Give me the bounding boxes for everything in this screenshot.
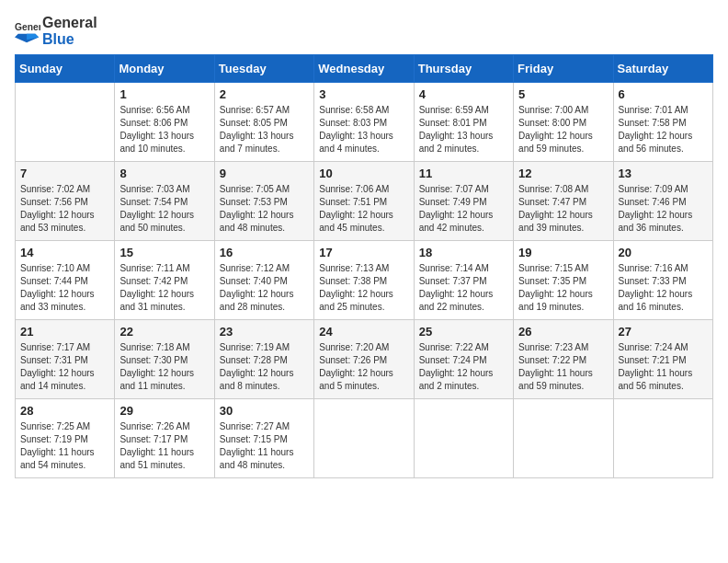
day-detail: Sunrise: 7:27 AMSunset: 7:15 PMDaylight:… [220, 420, 309, 472]
calendar-cell: 2Sunrise: 6:57 AMSunset: 8:05 PMDaylight… [214, 83, 313, 162]
day-detail: Sunrise: 6:58 AMSunset: 8:03 PMDaylight:… [319, 104, 408, 155]
day-number: 23 [220, 325, 309, 339]
calendar-cell: 20Sunrise: 7:16 AMSunset: 7:33 PMDayligh… [613, 241, 712, 320]
calendar-cell: 15Sunrise: 7:11 AMSunset: 7:42 PMDayligh… [115, 241, 214, 320]
day-number: 17 [319, 246, 408, 259]
day-number: 28 [20, 404, 109, 418]
day-detail: Sunrise: 7:00 AMSunset: 8:00 PMDaylight:… [518, 104, 608, 155]
calendar-cell: 12Sunrise: 7:08 AMSunset: 7:47 PMDayligh… [514, 162, 613, 241]
calendar-cell: 10Sunrise: 7:06 AMSunset: 7:51 PMDayligh… [314, 162, 414, 241]
calendar-cell [613, 399, 712, 478]
day-detail: Sunrise: 7:08 AMSunset: 7:47 PMDaylight:… [518, 183, 608, 235]
weekday-header-sunday: Sunday [16, 55, 115, 83]
day-number: 22 [119, 325, 209, 339]
calendar-week-row: 21Sunrise: 7:17 AMSunset: 7:31 PMDayligh… [16, 320, 713, 399]
day-number: 30 [220, 404, 309, 418]
calendar-cell: 1Sunrise: 6:56 AMSunset: 8:06 PMDaylight… [115, 83, 214, 162]
calendar-cell: 4Sunrise: 6:59 AMSunset: 8:01 PMDaylight… [414, 83, 513, 162]
calendar-cell: 16Sunrise: 7:12 AMSunset: 7:40 PMDayligh… [214, 241, 313, 320]
day-detail: Sunrise: 6:56 AMSunset: 8:06 PMDaylight:… [119, 104, 209, 155]
logo-blue-text: Blue [42, 31, 97, 48]
logo: General General Blue [15, 15, 97, 47]
logo-general-text: General [42, 15, 97, 31]
day-detail: Sunrise: 7:01 AMSunset: 7:58 PMDaylight:… [619, 104, 708, 155]
day-detail: Sunrise: 7:03 AMSunset: 7:54 PMDaylight:… [119, 183, 209, 235]
day-number: 25 [419, 325, 508, 339]
calendar-cell: 22Sunrise: 7:18 AMSunset: 7:30 PMDayligh… [115, 320, 214, 399]
svg-text:General: General [15, 22, 40, 32]
day-number: 29 [119, 404, 209, 418]
weekday-header-friday: Friday [514, 55, 613, 83]
day-number: 1 [119, 87, 209, 101]
day-number: 12 [518, 167, 608, 180]
page-header: General General Blue [15, 15, 713, 47]
weekday-header-saturday: Saturday [613, 55, 712, 83]
day-detail: Sunrise: 7:23 AMSunset: 7:22 PMDaylight:… [518, 341, 608, 393]
calendar-cell: 21Sunrise: 7:17 AMSunset: 7:31 PMDayligh… [16, 320, 115, 399]
calendar-week-row: 7Sunrise: 7:02 AMSunset: 7:56 PMDaylight… [16, 162, 713, 241]
day-number: 2 [220, 87, 309, 101]
day-number: 13 [619, 167, 708, 180]
day-detail: Sunrise: 7:18 AMSunset: 7:30 PMDaylight:… [119, 341, 209, 393]
day-number: 7 [20, 167, 109, 180]
calendar-cell: 13Sunrise: 7:09 AMSunset: 7:46 PMDayligh… [613, 162, 712, 241]
day-number: 19 [518, 246, 608, 259]
day-detail: Sunrise: 7:13 AMSunset: 7:38 PMDaylight:… [319, 262, 408, 314]
calendar-cell: 29Sunrise: 7:26 AMSunset: 7:17 PMDayligh… [115, 399, 214, 478]
day-detail: Sunrise: 7:16 AMSunset: 7:33 PMDaylight:… [619, 262, 708, 314]
day-detail: Sunrise: 6:57 AMSunset: 8:05 PMDaylight:… [220, 104, 309, 155]
calendar-cell: 17Sunrise: 7:13 AMSunset: 7:38 PMDayligh… [314, 241, 414, 320]
calendar-cell: 5Sunrise: 7:00 AMSunset: 8:00 PMDaylight… [514, 83, 613, 162]
calendar-week-row: 1Sunrise: 6:56 AMSunset: 8:06 PMDaylight… [16, 83, 713, 162]
day-detail: Sunrise: 7:20 AMSunset: 7:26 PMDaylight:… [319, 341, 408, 393]
day-number: 16 [220, 246, 309, 259]
day-detail: Sunrise: 7:10 AMSunset: 7:44 PMDaylight:… [20, 262, 109, 314]
calendar-cell: 25Sunrise: 7:22 AMSunset: 7:24 PMDayligh… [414, 320, 513, 399]
day-number: 21 [20, 325, 109, 339]
calendar-week-row: 28Sunrise: 7:25 AMSunset: 7:19 PMDayligh… [16, 399, 713, 478]
calendar-cell [414, 399, 513, 478]
calendar-cell: 11Sunrise: 7:07 AMSunset: 7:49 PMDayligh… [414, 162, 513, 241]
day-number: 4 [419, 87, 508, 101]
calendar-week-row: 14Sunrise: 7:10 AMSunset: 7:44 PMDayligh… [16, 241, 713, 320]
day-detail: Sunrise: 6:59 AMSunset: 8:01 PMDaylight:… [419, 104, 508, 155]
day-detail: Sunrise: 7:14 AMSunset: 7:37 PMDaylight:… [419, 262, 508, 314]
calendar-cell: 19Sunrise: 7:15 AMSunset: 7:35 PMDayligh… [514, 241, 613, 320]
calendar-table: SundayMondayTuesdayWednesdayThursdayFrid… [15, 54, 713, 478]
day-number: 9 [220, 167, 309, 180]
calendar-cell: 23Sunrise: 7:19 AMSunset: 7:28 PMDayligh… [214, 320, 313, 399]
day-detail: Sunrise: 7:24 AMSunset: 7:21 PMDaylight:… [619, 341, 708, 393]
calendar-cell: 28Sunrise: 7:25 AMSunset: 7:19 PMDayligh… [16, 399, 115, 478]
calendar-cell: 3Sunrise: 6:58 AMSunset: 8:03 PMDaylight… [314, 83, 414, 162]
day-number: 14 [20, 246, 109, 259]
day-number: 3 [319, 87, 408, 101]
calendar-cell: 26Sunrise: 7:23 AMSunset: 7:22 PMDayligh… [514, 320, 613, 399]
day-number: 24 [319, 325, 408, 339]
day-detail: Sunrise: 7:25 AMSunset: 7:19 PMDaylight:… [20, 420, 109, 472]
calendar-cell: 27Sunrise: 7:24 AMSunset: 7:21 PMDayligh… [613, 320, 712, 399]
calendar-cell: 9Sunrise: 7:05 AMSunset: 7:53 PMDaylight… [214, 162, 313, 241]
day-detail: Sunrise: 7:07 AMSunset: 7:49 PMDaylight:… [419, 183, 508, 235]
calendar-cell: 14Sunrise: 7:10 AMSunset: 7:44 PMDayligh… [16, 241, 115, 320]
weekday-header-tuesday: Tuesday [214, 55, 313, 83]
day-number: 11 [419, 167, 508, 180]
calendar-cell [314, 399, 414, 478]
day-number: 18 [419, 246, 508, 259]
day-detail: Sunrise: 7:26 AMSunset: 7:17 PMDaylight:… [119, 420, 209, 472]
day-detail: Sunrise: 7:22 AMSunset: 7:24 PMDaylight:… [419, 341, 508, 393]
day-number: 10 [319, 167, 408, 180]
weekday-header-row: SundayMondayTuesdayWednesdayThursdayFrid… [16, 55, 713, 83]
day-detail: Sunrise: 7:11 AMSunset: 7:42 PMDaylight:… [119, 262, 209, 314]
day-number: 8 [119, 167, 209, 180]
calendar-cell: 24Sunrise: 7:20 AMSunset: 7:26 PMDayligh… [314, 320, 414, 399]
weekday-header-monday: Monday [115, 55, 214, 83]
day-detail: Sunrise: 7:19 AMSunset: 7:28 PMDaylight:… [220, 341, 309, 393]
day-detail: Sunrise: 7:12 AMSunset: 7:40 PMDaylight:… [220, 262, 309, 314]
day-number: 6 [619, 87, 708, 101]
day-detail: Sunrise: 7:09 AMSunset: 7:46 PMDaylight:… [619, 183, 708, 235]
calendar-cell: 7Sunrise: 7:02 AMSunset: 7:56 PMDaylight… [16, 162, 115, 241]
weekday-header-thursday: Thursday [414, 55, 513, 83]
calendar-cell: 6Sunrise: 7:01 AMSunset: 7:58 PMDaylight… [613, 83, 712, 162]
calendar-cell [514, 399, 613, 478]
day-number: 26 [518, 325, 608, 339]
